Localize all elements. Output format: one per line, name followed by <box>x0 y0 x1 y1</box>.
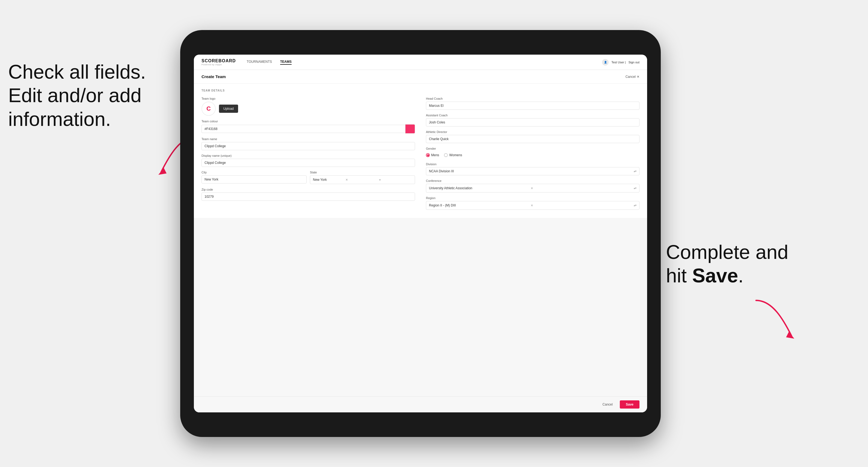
division-field: Division NCAA Division III ▴▾ <box>426 162 640 175</box>
page-title: Create Team <box>202 74 226 79</box>
team-logo-label: Team logo <box>202 97 415 100</box>
head-coach-label: Head Coach <box>426 97 640 100</box>
zip-label: Zip code <box>202 188 415 191</box>
footer-save-button[interactable]: Save <box>620 400 640 409</box>
gender-womens-label: Womens <box>449 153 462 157</box>
form-footer: Cancel Save <box>194 396 647 412</box>
annotation-right-prefix: hit <box>666 264 692 286</box>
state-select[interactable]: New York × ▾ <box>310 175 415 184</box>
color-text-input[interactable] <box>202 125 405 133</box>
chevron-updown-icon: ▴▾ <box>634 170 637 173</box>
cancel-button[interactable]: Cancel ✕ <box>625 75 640 79</box>
close-icon: ✕ <box>637 75 640 79</box>
state-field: State New York × ▾ <box>310 171 415 184</box>
gender-radio-group: Mens Womens <box>426 152 640 159</box>
annotation-right-line1: Complete and <box>666 241 788 263</box>
display-name-label: Display name (unique) <box>202 154 415 157</box>
state-clear-icon[interactable]: × <box>346 178 378 182</box>
radio-womens-icon <box>444 153 448 157</box>
conference-value: University Athletic Association <box>429 186 531 190</box>
logo-upload-area: C Upload <box>202 102 415 116</box>
arrow-right-icon <box>745 298 800 347</box>
region-label: Region <box>426 196 640 199</box>
navbar: SCOREBOARD Powered by clippd TOURNAMENTS… <box>194 55 647 70</box>
display-name-input[interactable] <box>202 159 415 167</box>
city-field: City <box>202 171 307 184</box>
gender-field: Gender Mens Womens <box>426 147 640 159</box>
logo-area: SCOREBOARD Powered by clippd <box>202 58 236 66</box>
form-grid: Team logo C Upload Team colour <box>202 97 640 210</box>
region-clear-icon[interactable]: × <box>531 203 633 208</box>
display-name-field: Display name (unique) <box>202 154 415 167</box>
division-label: Division <box>426 162 640 166</box>
color-swatch[interactable] <box>405 124 415 133</box>
sign-out-link[interactable]: Sign out <box>628 61 640 64</box>
form-section: TEAM DETAILS Team logo C Upload <box>194 84 647 218</box>
annotation-save-word: Save <box>692 264 738 286</box>
footer-cancel-button[interactable]: Cancel <box>599 400 617 409</box>
conference-field: Conference University Athletic Associati… <box>426 179 640 192</box>
city-input[interactable] <box>202 175 307 184</box>
team-name-input[interactable] <box>202 142 415 150</box>
zip-input[interactable] <box>202 192 415 201</box>
conference-chevron-icon: ▴▾ <box>634 187 637 190</box>
city-state-row: City State New York × ▾ <box>202 171 415 184</box>
city-state-field: City State New York × ▾ <box>202 171 415 184</box>
annotation-line1: Check all fields. <box>8 61 146 83</box>
division-value: NCAA Division III <box>429 169 634 173</box>
nav-tournaments[interactable]: TOURNAMENTS <box>247 60 272 65</box>
team-colour-label: Team colour <box>202 120 415 123</box>
conference-dropdown[interactable]: University Athletic Association × ▴▾ <box>426 184 640 192</box>
logo-circle: C <box>202 102 216 116</box>
upload-button[interactable]: Upload <box>219 104 238 113</box>
conference-label: Conference <box>426 179 640 182</box>
logo-sub: Powered by clippd <box>202 63 236 66</box>
nav-teams[interactable]: TEAMS <box>280 60 291 65</box>
team-name-label: Team name <box>202 137 415 141</box>
color-input-row <box>202 124 415 133</box>
form-right: Head Coach Assistant Coach Athletic Dire… <box>426 97 640 210</box>
assistant-coach-input[interactable] <box>426 118 640 126</box>
state-label: State <box>310 171 415 174</box>
gender-mens-option[interactable]: Mens <box>426 153 439 157</box>
region-value: Region II - (M) DIII <box>429 204 531 207</box>
nav-links: TOURNAMENTS TEAMS <box>247 60 602 65</box>
section-label: TEAM DETAILS <box>202 89 640 92</box>
tablet-screen: SCOREBOARD Powered by clippd TOURNAMENTS… <box>194 55 647 412</box>
team-name-field: Team name <box>202 137 415 150</box>
athletic-director-field: Athletic Director <box>426 130 640 143</box>
radio-mens-icon <box>426 153 430 157</box>
tablet-frame: SCOREBOARD Powered by clippd TOURNAMENTS… <box>180 30 661 437</box>
athletic-director-input[interactable] <box>426 135 640 143</box>
annotation-line3: information. <box>8 108 111 130</box>
zip-field: Zip code <box>202 188 415 201</box>
logo-letter: C <box>207 105 211 112</box>
annotation-line2: Edit and/or add <box>8 84 142 106</box>
annotation-right: Complete and hit Save. <box>666 240 808 287</box>
head-coach-input[interactable] <box>426 102 640 110</box>
gender-womens-option[interactable]: Womens <box>444 153 462 157</box>
state-value: New York <box>313 178 346 182</box>
team-colour-field: Team colour <box>202 120 415 133</box>
create-team-header: Create Team Cancel ✕ <box>194 70 647 84</box>
user-name: Test User | <box>611 61 625 64</box>
gender-mens-label: Mens <box>431 153 439 157</box>
athletic-director-label: Athletic Director <box>426 130 640 133</box>
annotation-right-suffix: . <box>738 264 743 286</box>
avatar: 👤 <box>602 59 609 66</box>
team-logo-field: Team logo C Upload <box>202 97 415 116</box>
annotation-left: Check all fields. Edit and/or add inform… <box>8 60 161 131</box>
gender-label: Gender <box>426 147 640 150</box>
head-coach-field: Head Coach <box>426 97 640 110</box>
form-left: Team logo C Upload Team colour <box>202 97 415 210</box>
division-dropdown[interactable]: NCAA Division III ▴▾ <box>426 167 640 175</box>
region-field: Region Region II - (M) DIII × ▴▾ <box>426 196 640 210</box>
assistant-coach-label: Assistant Coach <box>426 114 640 117</box>
chevron-down-icon: ▾ <box>379 178 412 181</box>
conference-clear-icon[interactable]: × <box>531 186 633 190</box>
assistant-coach-field: Assistant Coach <box>426 114 640 126</box>
cancel-label: Cancel <box>625 75 636 79</box>
region-dropdown[interactable]: Region II - (M) DIII × ▴▾ <box>426 201 640 210</box>
region-chevron-icon: ▴▾ <box>634 204 637 207</box>
logo-text: SCOREBOARD <box>202 58 236 63</box>
